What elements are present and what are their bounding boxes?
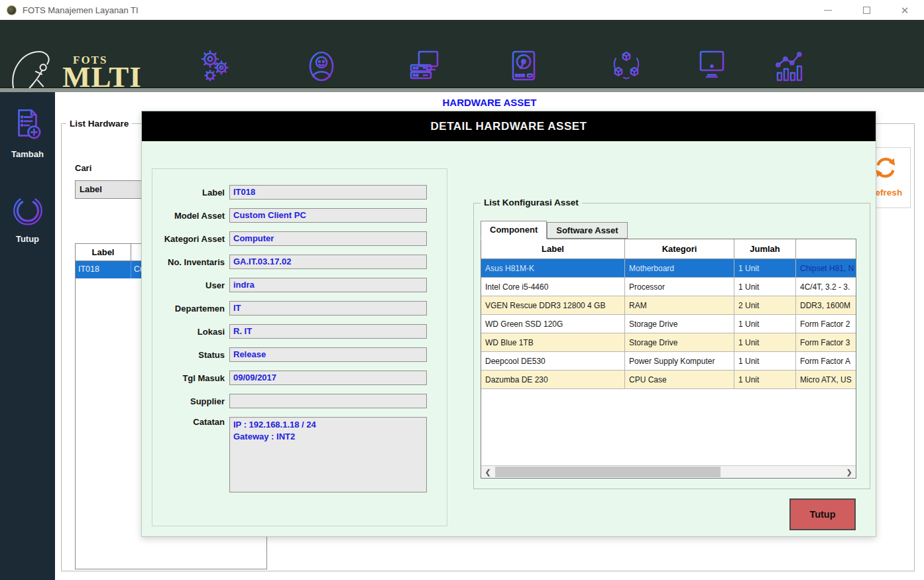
table-row[interactable]: VGEN Rescue DDR3 12800 4 GB RAM 2 Unit D… (481, 296, 856, 315)
window-titlebar: FOTS Manajemen Layanan TI ✕ (0, 0, 924, 20)
component-table: Label Kategori Jumlah Asus H81M-K Mother… (481, 239, 856, 479)
scroll-left-arrow[interactable]: ❮ (481, 466, 494, 478)
field-value-kategori-asset[interactable]: Computer (229, 231, 427, 246)
gears-icon (197, 48, 234, 85)
konfigurasi-tabs: Component Software Asset (481, 221, 628, 239)
sidebar-label-tutup: Tutup (0, 234, 55, 244)
field-value-supplier[interactable] (229, 394, 427, 408)
scrollbar-thumb[interactable] (495, 467, 721, 477)
hardware-table-header-label: Label (76, 244, 131, 261)
table-row[interactable]: WD Blue 1TB Storage Drive 1 Unit Form Fa… (481, 333, 856, 352)
dialog-title: DETAIL HARDWARE ASSET (431, 120, 587, 133)
window-controls: ✕ (809, 0, 924, 20)
dialog-close-button[interactable]: Tutup (789, 498, 856, 530)
field-label: Label (152, 188, 229, 198)
left-sidebar: Tambah Tutup (0, 92, 55, 580)
field-label: No. Inventaris (152, 257, 229, 267)
tab-component[interactable]: Component (481, 221, 547, 239)
window-title: FOTS Manajemen Layanan TI (23, 5, 139, 15)
maximize-icon (863, 7, 870, 14)
app-icon (7, 5, 17, 15)
table-row[interactable]: WD Green SSD 120G Storage Drive 1 Unit F… (481, 315, 856, 333)
field-value-model-asset[interactable]: Custom Client PC (229, 208, 427, 223)
power-icon (9, 190, 47, 229)
account-icon (303, 48, 340, 85)
fixed-asset-icon (406, 48, 443, 85)
dialog-titlebar: DETAIL HARDWARE ASSET (142, 111, 876, 141)
minimize-icon (824, 10, 832, 11)
field-label: Departemen (152, 304, 229, 314)
field-value-catatan[interactable]: IP : 192.168.1.18 / 24 Gateway : INT2 (229, 417, 427, 493)
table-row[interactable]: Intel Core i5-4460 Processor 1 Unit 4C/4… (481, 278, 856, 296)
field-value-label[interactable]: IT018 (229, 185, 427, 200)
field-label: Lokasi (152, 327, 229, 337)
page-title: HARDWARE ASSET (55, 97, 924, 108)
top-navbar: FOTS MLTI General Setting Account (0, 20, 924, 88)
list-konfigurasi-groupbox: List Konfigurasi Asset Component Softwar… (473, 203, 870, 489)
catatan-line: IP : 192.168.1.18 / 24 (233, 419, 423, 431)
add-document-icon (9, 105, 47, 144)
catatan-line: Gateway : INT2 (233, 431, 423, 443)
list-konfigurasi-group-label: List Konfigurasi Asset (481, 198, 582, 207)
field-value-departemen[interactable]: IT (229, 301, 427, 316)
field-value-user[interactable]: indra (229, 278, 427, 292)
close-button[interactable]: ✕ (886, 0, 924, 20)
close-icon: ✕ (901, 5, 909, 15)
list-hardware-group-label: List Hardware (66, 119, 132, 129)
sidebar-label-tambah: Tambah (0, 149, 55, 159)
tab-software-asset[interactable]: Software Asset (547, 222, 627, 239)
table-row[interactable]: Asus H81M-K Motherboard 1 Unit Chipset H… (481, 259, 856, 278)
field-value-status[interactable]: Release (229, 347, 427, 362)
component-table-header: Label Kategori Jumlah (481, 239, 856, 259)
incident-monitor-icon (693, 48, 730, 85)
field-value-tgl-masuk[interactable]: 09/09/2017 (229, 371, 427, 385)
field-label: User (152, 280, 229, 290)
app-window: FOTS Manajemen Layanan TI ✕ FOTS MLTI (0, 0, 924, 580)
field-label: Status (152, 350, 229, 360)
inventory-drive-icon (505, 48, 542, 85)
table-row[interactable]: Deepcool DE530 Power Supply Komputer 1 U… (481, 352, 856, 371)
scroll-right-arrow[interactable]: ❯ (842, 466, 856, 478)
minimize-button[interactable] (809, 0, 847, 20)
field-label: Kategori Asset (152, 234, 229, 244)
field-label: Tgl Masuk (152, 373, 229, 383)
field-label: Model Asset (152, 211, 229, 221)
nav-bottom-strip (0, 88, 924, 92)
search-label: Cari (75, 163, 91, 173)
asset-detail-form: LabelIT018 Model AssetCustom Client PC K… (152, 168, 447, 526)
detail-hardware-asset-dialog: DETAIL HARDWARE ASSET LabelIT018 Model A… (141, 111, 876, 537)
table-row[interactable]: Dazumba DE 230 CPU Case 1 Unit Micro ATX… (481, 371, 856, 389)
field-value-no-inventaris[interactable]: GA.IT.03.17.02 (229, 255, 427, 269)
cubes-icon (608, 48, 645, 85)
report-chart-icon (770, 48, 807, 85)
sidebar-item-tutup[interactable]: Tutup (0, 190, 55, 244)
field-label-catatan: Catatan (152, 417, 229, 427)
field-value-lokasi[interactable]: R. IT (229, 324, 427, 339)
field-label: Supplier (152, 396, 229, 406)
sidebar-item-tambah[interactable]: Tambah (0, 105, 55, 159)
horizontal-scrollbar[interactable]: ❮ ❯ (481, 465, 856, 478)
maximize-button[interactable] (847, 0, 886, 20)
